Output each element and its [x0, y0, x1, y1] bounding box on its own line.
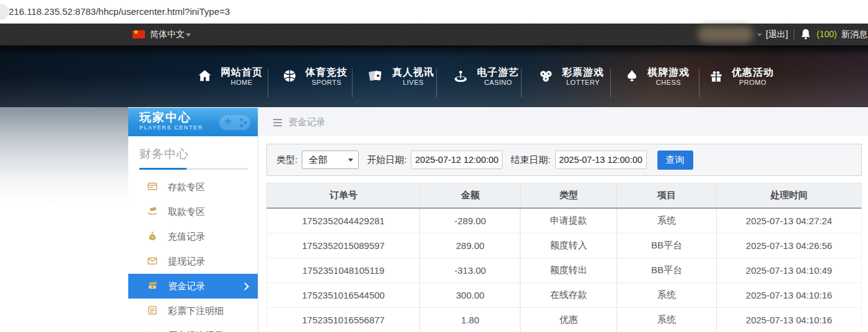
nav-separator	[436, 69, 437, 97]
nav-item-promo[interactable]: 优惠活动PROMO	[709, 46, 774, 107]
home-icon	[197, 68, 213, 86]
table-row: 1752352044429281 -289.00 申请提款 系统 2025-07…	[266, 209, 862, 234]
column-header: 项目	[617, 183, 717, 208]
nav-separator	[521, 69, 522, 97]
logout-button[interactable]: [退出]	[766, 24, 788, 45]
table-row: 1752351016544500 300.00 在线存款 系统 2025-07-…	[266, 283, 862, 308]
nav-item-sports[interactable]: 体育竞技SPORTS	[282, 46, 348, 107]
gamepad-icon	[217, 110, 253, 136]
sidebar-item-recharge-record[interactable]: ¥ 充值记录	[128, 224, 258, 249]
sidebar-item-label: 取款专区	[168, 206, 205, 218]
table-row: 1752352015089597 289.00 额度转入 BB平台 2025-0…	[266, 234, 862, 258]
money-bag-icon: ¥	[147, 230, 158, 243]
sidebar-item-label: 存款专区	[168, 181, 205, 193]
table-row: 1752351016556877 1.80 优惠 系统 2025-07-13 0…	[266, 308, 862, 332]
time-cell: 2025-07-13 04:10:16	[717, 283, 861, 307]
amount-cell: 289.00	[420, 234, 520, 258]
project-cell: 系统	[617, 308, 717, 332]
column-header: 订单号	[267, 183, 420, 208]
search-button[interactable]: 查询	[657, 151, 693, 170]
sidebar-section-title: 财务中心	[139, 146, 248, 162]
nav-label-zh: 优惠活动	[732, 66, 774, 79]
time-cell: 2025-07-13 04:10:49	[717, 258, 861, 282]
end-date-label: 结束日期:	[511, 154, 550, 166]
cash-envelope-icon	[147, 255, 158, 268]
nav-item-casino[interactable]: 电子游艺CASINO	[452, 46, 519, 107]
lottery-balls-icon	[538, 68, 554, 86]
order-id-cell: 1752352015089597	[267, 234, 420, 258]
sidebar-item-funds-record[interactable]: 资金记录	[128, 274, 258, 299]
new-messages-link[interactable]: 新消息	[841, 24, 867, 45]
sidebar-header: 玩家中心 PLAYERS CENTER	[128, 108, 258, 136]
sidebar-item-withdraw[interactable]: 取款专区	[128, 199, 258, 224]
chevron-down-icon	[348, 159, 353, 162]
nav-label-zh: 电子游艺	[477, 66, 519, 79]
project-cell: BB平台	[617, 258, 717, 282]
browser-url-bar[interactable]: 216.118.235.52:8783/hhcp/usercenter.html…	[0, 0, 868, 24]
end-date-input[interactable]	[555, 151, 647, 169]
list-icon	[147, 330, 158, 332]
table-row: 1752351048105119 -313.00 额度转出 BB平台 2025-…	[266, 258, 862, 283]
type-select[interactable]: 全部	[302, 151, 359, 169]
amount-cell: 300.00	[420, 283, 520, 307]
time-cell: 2025-07-13 04:26:56	[717, 234, 861, 258]
time-cell: 2025-07-13 04:27:24	[717, 209, 861, 233]
funds-record-table: 订单号 金额 类型 项目 处理时间 1752352044429281 -289.…	[266, 183, 862, 332]
column-header: 处理时间	[717, 183, 861, 208]
order-id-cell: 1752351016544500	[267, 283, 420, 307]
breadcrumb: 资金记录	[288, 116, 325, 128]
nav-label-en: PROMO	[739, 79, 766, 87]
sidebar-item-room-bet-record[interactable]: 厅室投注记录	[128, 323, 258, 332]
nav-separator	[610, 69, 611, 97]
nav-label-en: CHESS	[656, 79, 681, 87]
bell-icon[interactable]	[800, 28, 811, 43]
main-nav-banner: 网站首页HOME 体育竞技SPORTS 真人视讯LIVES 电子游艺CASINO…	[0, 46, 868, 107]
message-count[interactable]: (100)	[817, 24, 837, 45]
sidebar-item-label: 彩票下注明细	[168, 305, 224, 317]
nav-separator	[268, 69, 268, 97]
order-id-cell: 1752351048105119	[267, 258, 420, 282]
sidebar-item-withdrawal-record[interactable]: 提现记录	[128, 249, 258, 274]
nav-label-en: HOME	[231, 79, 253, 87]
sidebar-item-deposit[interactable]: 存款专区	[128, 175, 258, 199]
order-id-cell: 1752352044429281	[267, 209, 420, 233]
filter-bar: 类型: 全部 开始日期: 结束日期: 查询	[266, 144, 862, 176]
url-text[interactable]: 216.118.235.52:8783/hhcp/usercenter.html…	[9, 0, 230, 24]
sidebar-item-label: 提现记录	[168, 256, 205, 268]
sidebar-item-label: 资金记录	[168, 281, 205, 292]
project-cell: BB平台	[617, 234, 717, 258]
type-cell: 在线存款	[520, 283, 616, 307]
type-cell: 额度转入	[520, 234, 616, 258]
nav-item-lives[interactable]: 真人视讯LIVES	[367, 46, 434, 107]
nav-label-zh: 网站首页	[221, 66, 263, 79]
amount-cell: -289.00	[420, 209, 520, 233]
username-redacted	[698, 26, 753, 43]
column-header: 金额	[420, 183, 520, 208]
screen: 216.118.235.52:8783/hhcp/usercenter.html…	[0, 0, 868, 332]
sidebar-menu: 存款专区 取款专区 ¥ 充值记录 提现记录 资金记录 彩票下注明细	[128, 175, 258, 332]
nav-item-lottery[interactable]: 彩票游戏LOTTERY	[538, 46, 604, 107]
time-cell: 2025-07-13 04:10:16	[717, 308, 861, 332]
language-selector[interactable]: 简体中文	[150, 24, 185, 45]
type-cell: 额度转出	[520, 258, 616, 282]
order-id-cell: 1752351016556877	[267, 308, 420, 332]
type-label: 类型:	[276, 154, 297, 166]
chevron-down-icon[interactable]	[757, 33, 762, 37]
amount-cell: -313.00	[420, 258, 520, 282]
chevron-down-icon[interactable]	[186, 33, 191, 37]
nav-item-chess[interactable]: 棋牌游戏CHESS	[625, 46, 690, 107]
top-bar: ★ 简体中文 [退出] (100) 新消息	[0, 24, 868, 46]
document-icon	[147, 305, 158, 318]
nav-label-en: LOTTERY	[566, 79, 600, 87]
playing-cards-icon	[367, 68, 384, 86]
hamburger-icon	[273, 119, 282, 126]
nav-label-zh: 真人视讯	[392, 66, 434, 79]
divider	[794, 29, 794, 40]
page-background-gradient	[0, 107, 128, 332]
sidebar-item-lottery-bet-details[interactable]: 彩票下注明细	[128, 299, 258, 323]
nav-item-home[interactable]: 网站首页HOME	[197, 46, 263, 107]
nav-separator	[699, 69, 699, 97]
chevron-right-icon	[241, 282, 249, 290]
start-date-input[interactable]	[411, 151, 502, 169]
nav-label-en: CASINO	[484, 79, 512, 87]
